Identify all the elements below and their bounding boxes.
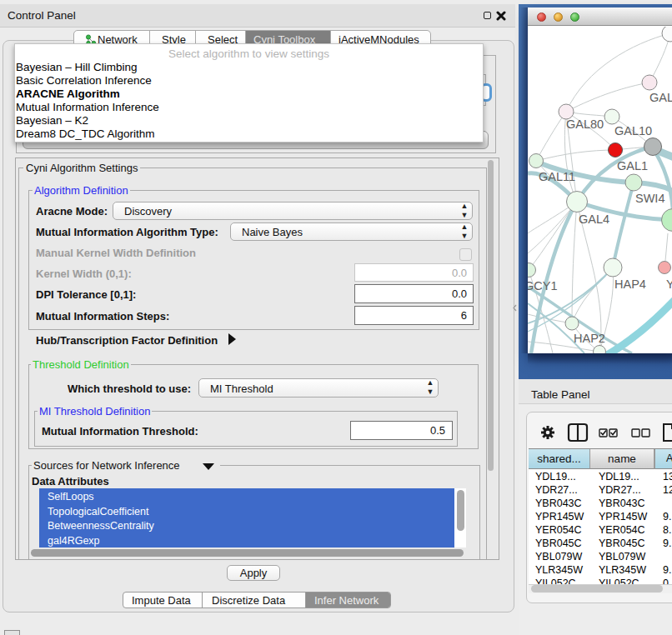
svg-text:GAL1: GAL1: [617, 159, 648, 172]
svg-text:GAL10: GAL10: [614, 124, 652, 138]
svg-text:HAP2: HAP2: [574, 332, 605, 345]
svg-text:GAL2: GAL2: [649, 91, 672, 104]
svg-text:YEL: YEL: [666, 278, 672, 291]
svg-text:HAP4: HAP4: [614, 278, 646, 291]
svg-text:GAL11: GAL11: [539, 170, 575, 183]
svg-text:GCY1: GCY1: [528, 279, 558, 292]
svg-text:GAL80: GAL80: [566, 118, 604, 131]
svg-text:SWI4: SWI4: [635, 192, 664, 205]
svg-text:GAL4: GAL4: [579, 212, 609, 226]
